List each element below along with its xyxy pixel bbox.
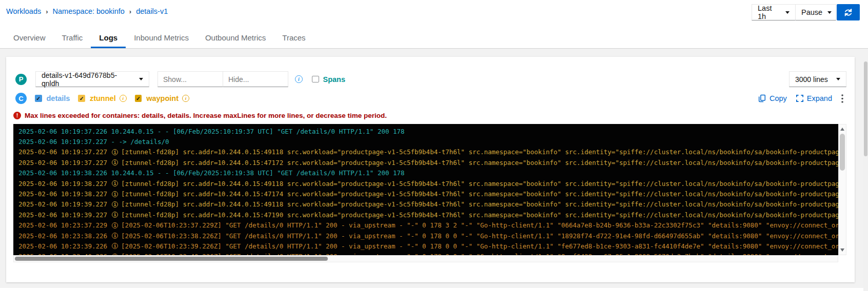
log-line: 2025-02-06 10:19:37.227 - -> /details/0 — [18, 136, 838, 147]
chevron-down-icon — [139, 78, 143, 80]
info-icon: i — [112, 149, 118, 155]
max-lines-select[interactable]: 3000 lines — [789, 71, 846, 87]
scroll-up-icon[interactable] — [840, 128, 844, 131]
container-badge: C — [15, 93, 27, 104]
chevron-right-icon: › — [129, 8, 131, 15]
kebab-menu-button[interactable] — [841, 94, 843, 103]
content-background: P details-v1-649d7678b5-qnldh i Spans 30… — [0, 49, 868, 288]
duration-select[interactable]: Last 1h — [752, 4, 796, 20]
container-item-details: details — [35, 94, 70, 102]
container-item-ztunnel: ztunnel i — [78, 94, 126, 102]
details-checkbox[interactable] — [35, 95, 42, 102]
refresh-button[interactable] — [837, 4, 860, 20]
logs-card: P details-v1-649d7678b5-qnldh i Spans 30… — [6, 57, 855, 282]
breadcrumb-workload-name[interactable]: details-v1 — [136, 7, 168, 15]
log-horizontal-scrollbar[interactable] — [13, 255, 838, 262]
tab-logs[interactable]: Logs — [91, 28, 126, 48]
chevron-down-icon — [827, 11, 832, 14]
pod-select-value: details-v1-649d7678b5-qnldh — [42, 71, 134, 88]
info-icon: i — [112, 180, 118, 186]
tab-traffic[interactable]: Traffic — [54, 28, 91, 48]
tab-bar: Overview Traffic Logs Inbound Metrics Ou… — [0, 28, 868, 49]
chevron-down-icon — [836, 78, 840, 80]
info-icon: i — [112, 212, 118, 218]
spans-label[interactable]: Spans — [323, 75, 346, 84]
log-line: 2025-02-06 10:23:40.226i[2025-02-06T10:2… — [18, 252, 838, 255]
time-controls: Last 1h Pause — [752, 4, 860, 20]
containers-toolbar: C details ztunnel i waypoint i Copy — [15, 93, 846, 104]
show-filter-input[interactable] — [157, 71, 223, 87]
log-line: 2025-02-06 10:19:38.227i[ztunnel-fd28p] … — [18, 189, 838, 199]
waypoint-label[interactable]: waypoint — [146, 94, 179, 102]
max-lines-alert: ! Max lines exceeded for containers: det… — [13, 111, 846, 119]
log-panel[interactable]: 2025-02-06 10:19:37.226 10.244.0.15 - - … — [13, 124, 838, 255]
tab-inbound-metrics[interactable]: Inbound Metrics — [126, 28, 197, 48]
vertical-scroll-thumb[interactable] — [840, 134, 845, 171]
alert-message: Max lines exceeded for containers: detai… — [25, 112, 387, 119]
log-line: 2025-02-06 10:23:38.226i[2025-02-06T10:2… — [18, 231, 838, 241]
ztunnel-label[interactable]: ztunnel — [90, 94, 116, 102]
expand-button[interactable]: Expand — [796, 94, 832, 102]
info-icon: i — [112, 222, 118, 228]
refresh-interval-select[interactable]: Pause — [795, 4, 836, 20]
max-lines-value: 3000 lines — [795, 75, 828, 84]
info-icon: i — [112, 201, 118, 207]
ztunnel-info-icon[interactable]: i — [120, 95, 127, 102]
log-line: 2025-02-06 10:19:39.227i[ztunnel-fd28p] … — [18, 199, 838, 210]
breadcrumb: Workloads › Namespace: bookinfo › detail… — [6, 4, 168, 15]
breadcrumb-workloads[interactable]: Workloads — [6, 7, 41, 15]
pod-select[interactable]: details-v1-649d7678b5-qnldh — [35, 71, 149, 87]
hide-filter-input[interactable] — [223, 71, 288, 87]
log-vertical-scrollbar[interactable] — [838, 124, 846, 255]
top-bar: Workloads › Namespace: bookinfo › detail… — [0, 0, 868, 20]
duration-select-value: Last 1h — [758, 4, 780, 20]
tab-outbound-metrics[interactable]: Outbound Metrics — [197, 28, 274, 48]
tab-overview[interactable]: Overview — [5, 28, 54, 48]
copy-label: Copy — [770, 94, 787, 102]
info-icon: i — [112, 243, 118, 249]
filter-info-icon[interactable]: i — [295, 75, 303, 83]
expand-icon — [796, 95, 803, 102]
chevron-right-icon: › — [46, 8, 48, 15]
tab-traces[interactable]: Traces — [274, 28, 313, 48]
log-line: 2025-02-06 10:23:37.229i[2025-02-06T10:2… — [18, 220, 838, 231]
info-icon: i — [112, 233, 118, 239]
container-item-waypoint: waypoint i — [135, 94, 189, 102]
copy-button[interactable]: Copy — [758, 94, 787, 102]
info-icon: i — [112, 191, 118, 197]
copy-icon — [758, 94, 766, 102]
pod-toolbar: P details-v1-649d7678b5-qnldh i Spans 30… — [15, 71, 846, 87]
log-line: 2025-02-06 10:19:37.226 10.244.0.15 - - … — [18, 126, 838, 136]
scroll-down-icon[interactable] — [840, 248, 844, 252]
pod-badge: P — [15, 74, 27, 85]
details-label[interactable]: details — [47, 94, 70, 102]
info-icon: i — [112, 159, 118, 165]
expand-label: Expand — [807, 94, 832, 102]
refresh-icon — [844, 9, 852, 16]
log-area: 2025-02-06 10:19:37.226 10.244.0.15 - - … — [13, 124, 846, 255]
page-scroll-thumb[interactable] — [864, 61, 867, 156]
chevron-down-icon — [785, 11, 790, 14]
horizontal-scroll-thumb[interactable] — [15, 257, 328, 261]
breadcrumb-namespace[interactable]: Namespace: bookinfo — [53, 7, 125, 15]
waypoint-info-icon[interactable]: i — [182, 95, 189, 102]
log-line: 2025-02-06 10:19:39.227i[ztunnel-fd28p] … — [18, 210, 838, 220]
kebab-icon — [841, 94, 843, 103]
log-line: 2025-02-06 10:19:38.227i[ztunnel-fd28p] … — [18, 178, 838, 189]
refresh-interval-value: Pause — [801, 8, 822, 16]
ztunnel-checkbox[interactable] — [78, 95, 85, 102]
log-line: 2025-02-06 10:23:39.226i[2025-02-06T10:2… — [18, 241, 838, 251]
log-line: 2025-02-06 10:19:37.227i[ztunnel-fd28p] … — [18, 147, 838, 157]
spans-checkbox[interactable] — [312, 76, 319, 83]
log-line: 2025-02-06 10:19:38.226 10.244.0.15 - - … — [18, 168, 838, 178]
waypoint-checkbox[interactable] — [135, 95, 142, 102]
error-icon: ! — [13, 112, 21, 119]
log-line: 2025-02-06 10:19:37.227i[ztunnel-fd28p] … — [18, 157, 838, 168]
page-scrollbar[interactable] — [863, 60, 868, 291]
